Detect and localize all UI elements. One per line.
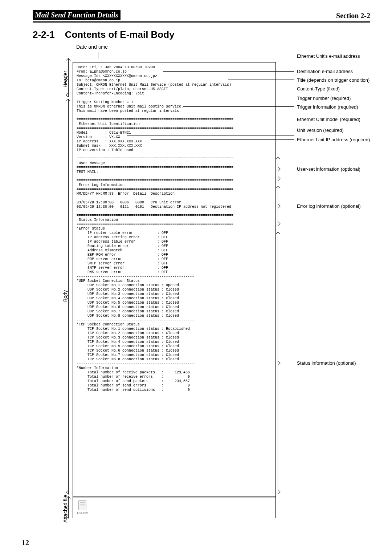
leader-user-message [281, 169, 294, 169]
callout-ethernet-email: Ethernet Unit's e-mail address [297, 53, 360, 59]
rbrace-user-message [278, 157, 278, 181]
callout-unit-ip: Ethernet Unit IP address (required) [297, 137, 370, 142]
brace-header [68, 58, 69, 97]
date-time-caption: Date and time [76, 44, 370, 50]
callout-trigger-info: Trigger information (required) [297, 104, 358, 110]
leader-trigger-num [134, 98, 294, 98]
callout-status-info: Status information (optional) [297, 360, 356, 366]
leader-from [131, 66, 294, 66]
leader-title [228, 80, 294, 80]
callout-trigger-number: Trigger number (required) [297, 96, 351, 101]
callout-content-type: Content-Type (fixed) [297, 86, 340, 92]
file-icon [78, 500, 86, 510]
side-label-header: Header [62, 71, 68, 88]
callout-user-set: User-set information (optional) [297, 166, 360, 172]
section-heading: 2-2-1 Contents of E-mail Body [33, 29, 370, 40]
email-body: Date: Fri, 1 Jan 2004 13:00:00 +0900 Fro… [73, 62, 276, 498]
leader-trigger-info [183, 106, 294, 107]
leader-ip [151, 139, 294, 140]
attached-file: 123.csv [77, 500, 88, 515]
leader-error-log [281, 206, 294, 206]
running-head: Mail Send Function Details Section 2-2 [33, 10, 370, 23]
brace-body [68, 99, 69, 494]
attached-file-name: 123.csv [77, 511, 88, 515]
leader-destination [163, 71, 294, 72]
brace-attached [68, 497, 69, 518]
rbrace-status [278, 232, 278, 494]
page: Mail Send Function Details Section 2-2 2… [0, 0, 392, 555]
side-label-attached: Attached file [62, 495, 68, 523]
rbrace-error-log [278, 186, 278, 226]
side-label-body: Body [62, 290, 68, 302]
leader-version [127, 135, 294, 135]
callout-error-log: Error log information (optional) [297, 203, 361, 209]
heading-number: 2-2-1 [33, 29, 55, 40]
running-head-section: Section 2-2 [336, 12, 370, 20]
callout-unit-version: Unit version (required) [297, 127, 344, 133]
figure: Header Body Attached file Date: Fri, 1 J… [54, 51, 370, 527]
attached-file-box: 123.csv [73, 497, 276, 518]
running-head-left: Mail Send Function Details [33, 10, 121, 20]
leader-model [132, 131, 294, 131]
page-number: 12 [22, 539, 29, 547]
callout-title: Title (depends on trigger condition) [297, 77, 369, 83]
leader-status [281, 363, 294, 363]
date-pointer-line [98, 53, 98, 58]
heading-title: Contents of E-mail Body [65, 29, 175, 40]
leader-content-type [167, 84, 294, 84]
callout-destination-email: Destination e-mail address [297, 69, 353, 74]
callout-unit-model: Ethernet Unit model (required) [297, 117, 360, 122]
